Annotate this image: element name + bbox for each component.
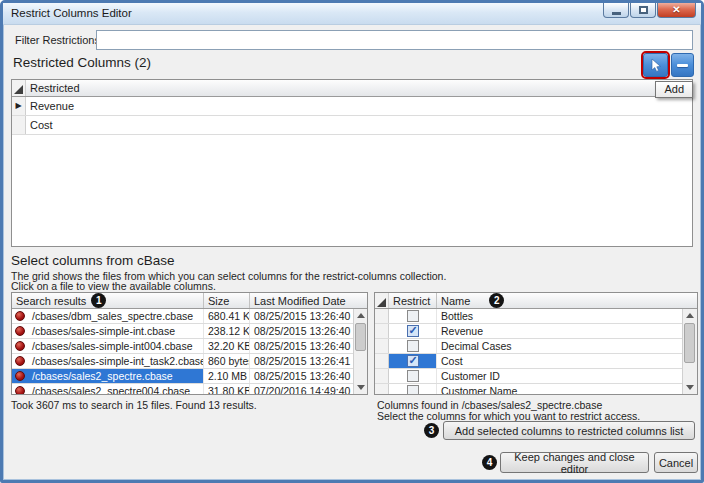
columns-vertical-scrollbar[interactable] (682, 309, 697, 394)
restrict-header[interactable]: Restrict (389, 293, 437, 308)
scrollbar-thumb[interactable] (684, 323, 695, 363)
columns-grid-header: Restrict Name 2 (375, 293, 697, 309)
search-status-text: Took 3607 ms to search in 15 files. Foun… (11, 399, 257, 411)
file-date-cell: 07/20/2016 14:49:40 (250, 384, 353, 395)
cancel-button[interactable]: Cancel (654, 452, 698, 473)
remove-restriction-button[interactable] (671, 53, 694, 77)
file-name-cell[interactable]: /cbases/sales2_spectre004.cbase (28, 384, 204, 395)
restrict-checkbox[interactable] (407, 340, 419, 352)
name-header-label: Name (441, 295, 470, 307)
select-all-corner[interactable] (12, 80, 26, 96)
row-indicator (375, 369, 389, 383)
restricted-row-revenue[interactable]: ▶ Revenue (12, 97, 692, 116)
maximize-icon (639, 6, 648, 14)
corner-triangle-icon (14, 85, 23, 94)
restricted-columns-grid: Restricted ▶ Revenue Cost (11, 79, 693, 247)
minimize-button[interactable] (603, 3, 629, 18)
size-header[interactable]: Size (204, 293, 250, 308)
annotation-badge-1: 1 (91, 293, 106, 308)
column-row-selected[interactable]: Cost (375, 354, 697, 369)
file-row[interactable]: /cbases/sales-simple-int004.cbase 32.20 … (12, 339, 367, 354)
file-row-selected[interactable]: /cbases/sales2_spectre.cbase 2.10 MB 08/… (12, 369, 367, 384)
column-name-cell[interactable]: Bottles (437, 309, 682, 323)
window-title: Restrict Columns Editor (11, 7, 132, 19)
restrict-checkbox[interactable] (407, 385, 419, 395)
restrict-checkbox[interactable] (407, 370, 419, 382)
column-name-cell[interactable]: Customer ID (437, 369, 682, 383)
scroll-down-button[interactable] (354, 381, 367, 394)
cbase-file-icon (15, 356, 25, 366)
row-indicator (375, 354, 389, 368)
minus-icon (677, 64, 688, 67)
current-row-arrow-icon: ▶ (15, 102, 21, 110)
restricted-cell[interactable]: Revenue (26, 97, 692, 115)
filter-restrictions-input[interactable] (96, 30, 693, 50)
keep-changes-button[interactable]: Keep changes and close editor (500, 452, 649, 473)
file-name-cell[interactable]: /cbases/sales-simple-int.cbase (28, 324, 204, 338)
cursor-arrow-icon (649, 58, 663, 73)
restrict-checkbox[interactable] (407, 355, 419, 367)
file-row[interactable]: /cbases/sales2_spectre004.cbase 31.80 KB… (12, 384, 367, 395)
column-row[interactable]: Customer Name (375, 384, 697, 395)
file-date-cell: 08/25/2015 13:26:40 (250, 369, 353, 383)
annotation-badge-3: 3 (424, 423, 439, 438)
arrow-up-icon (686, 313, 694, 318)
cbase-file-icon (15, 311, 25, 321)
restricted-cell[interactable]: Cost (26, 116, 692, 134)
name-header[interactable]: Name 2 (437, 293, 697, 308)
close-icon: ✕ (672, 5, 680, 15)
file-row[interactable]: /cbases/dbm_sales_spectre.cbase 680.41 K… (12, 309, 367, 324)
row-indicator (375, 309, 389, 323)
file-date-cell: 08/25/2015 13:26:40 (250, 309, 353, 323)
close-button[interactable]: ✕ (657, 3, 696, 18)
files-grid: Search results 1 Size Last Modified Date… (11, 292, 368, 395)
title-bar[interactable]: Restrict Columns Editor (3, 3, 701, 25)
column-name-cell[interactable]: Cost (437, 354, 682, 368)
file-name-cell[interactable]: /cbases/sales-simple-int_task2.cbase (28, 354, 204, 368)
cbase-file-icon (15, 371, 25, 381)
files-vertical-scrollbar[interactable] (353, 309, 367, 394)
row-indicator (12, 116, 26, 134)
files-grid-header: Search results 1 Size Last Modified Date (12, 293, 367, 309)
file-name-cell[interactable]: /cbases/sales2_spectre.cbase (28, 369, 204, 383)
column-row[interactable]: Decimal Cases (375, 339, 697, 354)
file-date-cell: 08/25/2015 13:26:40 (250, 339, 353, 353)
restricted-row-cost[interactable]: Cost (12, 116, 692, 135)
last-modified-header[interactable]: Last Modified Date (250, 293, 367, 308)
file-date-cell: 08/25/2015 13:26:41 (250, 354, 353, 368)
arrow-up-icon (357, 313, 365, 318)
select-columns-description-2: Click on a file to view the available co… (11, 280, 216, 292)
row-indicator: ▶ (12, 97, 26, 115)
file-name-cell[interactable]: /cbases/dbm_sales_spectre.cbase (28, 309, 204, 323)
column-name-cell[interactable]: Revenue (437, 324, 682, 338)
scroll-down-button[interactable] (683, 381, 696, 394)
scroll-up-button[interactable] (683, 309, 696, 322)
cbase-file-icon (15, 386, 25, 395)
scroll-up-button[interactable] (354, 309, 367, 322)
file-size-cell: 238.12 KB (204, 324, 250, 338)
restrict-columns-editor-dialog: Restrict Columns Editor ✕ Filter Restric… (0, 0, 704, 483)
restrict-checkbox[interactable] (407, 325, 419, 337)
column-name-cell[interactable]: Customer Name (437, 384, 682, 395)
restricted-column-header[interactable]: Restricted (26, 80, 692, 96)
minimize-icon (612, 12, 621, 15)
row-indicator (375, 339, 389, 353)
file-row[interactable]: /cbases/sales-simple-int_task2.cbase 860… (12, 354, 367, 369)
column-row[interactable]: Customer ID (375, 369, 697, 384)
column-row[interactable]: Bottles (375, 309, 697, 324)
column-row[interactable]: Revenue (375, 324, 697, 339)
column-name-cell[interactable]: Decimal Cases (437, 339, 682, 353)
add-restriction-button[interactable] (643, 53, 668, 77)
annotation-badge-2: 2 (489, 293, 504, 308)
file-row[interactable]: /cbases/sales-simple-int.cbase 238.12 KB… (12, 324, 367, 339)
cbase-file-icon (15, 326, 25, 336)
row-indicator (375, 384, 389, 395)
maximize-button[interactable] (630, 3, 656, 18)
select-all-corner[interactable] (375, 293, 389, 308)
file-name-cell[interactable]: /cbases/sales-simple-int004.cbase (28, 339, 204, 353)
restrict-checkbox[interactable] (407, 310, 419, 322)
add-selected-columns-button[interactable]: Add selected columns to restricted colum… (443, 421, 695, 440)
scrollbar-thumb[interactable] (355, 323, 366, 351)
search-results-header[interactable]: Search results 1 (12, 293, 204, 308)
arrow-down-icon (357, 385, 365, 390)
